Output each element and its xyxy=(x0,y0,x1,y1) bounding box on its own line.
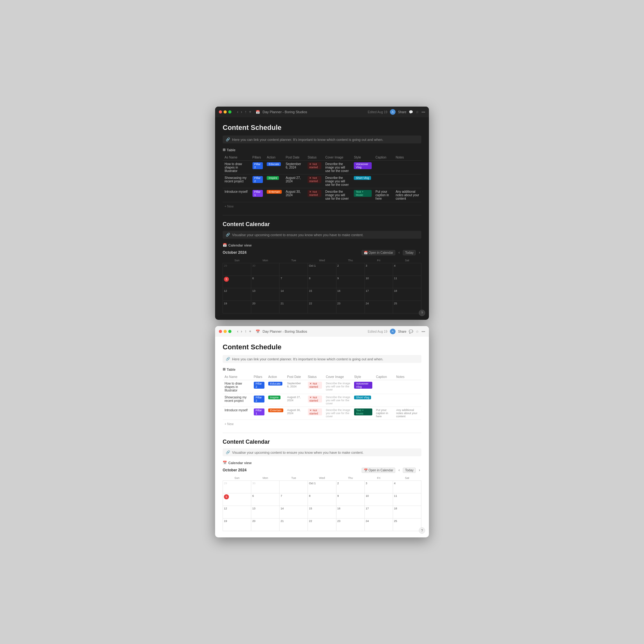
star-icon[interactable]: ☆ xyxy=(416,110,419,114)
cal-day[interactable] xyxy=(280,263,308,276)
cal-day[interactable]: 10 xyxy=(364,493,393,506)
today-button-light[interactable]: Today xyxy=(403,468,416,473)
cal-day[interactable]: 12 xyxy=(223,288,251,301)
cal-day[interactable]: 24 xyxy=(364,519,393,531)
cal-day[interactable]: 21 xyxy=(280,519,308,531)
up-button[interactable]: ↑ xyxy=(244,110,247,114)
cal-day[interactable]: 30 xyxy=(251,481,280,493)
share-button[interactable]: Share xyxy=(398,110,407,114)
add-new-button-dark[interactable]: + New xyxy=(223,203,421,209)
style-badge: Text + Music xyxy=(354,190,372,197)
cal-day[interactable]: 29 xyxy=(223,481,251,493)
more-icon[interactable]: ••• xyxy=(421,110,425,114)
cal-day[interactable]: 3 xyxy=(364,481,393,493)
cal-day[interactable]: 17 xyxy=(364,288,393,301)
cal-day[interactable]: 9 xyxy=(336,276,364,288)
open-calendar-button-light[interactable]: 📅 Open in Calendar xyxy=(362,468,395,473)
add-new-button-light[interactable]: + New xyxy=(223,421,421,427)
cal-day[interactable]: 13 xyxy=(251,506,280,519)
cal-prev-button[interactable]: ‹ xyxy=(397,250,401,255)
forward-button[interactable]: › xyxy=(240,110,243,114)
cal-day[interactable]: 16 xyxy=(336,288,364,301)
cal-day[interactable]: 21 xyxy=(280,301,308,314)
cal-day[interactable]: 25 xyxy=(393,301,421,314)
cal-day[interactable]: 30 xyxy=(251,263,280,276)
cal-day[interactable]: 22 xyxy=(308,519,336,531)
cal-day[interactable]: 4 xyxy=(393,263,421,276)
cal-day[interactable]: 7 xyxy=(280,493,308,506)
cal-day[interactable]: 20 xyxy=(251,519,280,531)
cal-day[interactable]: 15 xyxy=(308,288,336,301)
cal-day[interactable]: 19 xyxy=(223,301,251,314)
cal-day[interactable]: 22 xyxy=(308,301,336,314)
cal-day[interactable]: 20 xyxy=(251,301,280,314)
cal-day[interactable]: Oct 1 xyxy=(308,481,336,493)
share-button-light[interactable]: Share xyxy=(398,330,407,333)
star-icon-light[interactable]: ☆ xyxy=(416,330,419,334)
fullscreen-dot[interactable] xyxy=(228,110,231,114)
cal-day[interactable]: 8 xyxy=(308,276,336,288)
cal-day[interactable]: 24 xyxy=(364,301,393,314)
help-button-light[interactable]: ? xyxy=(419,527,425,534)
cal-day[interactable]: 23 xyxy=(336,519,364,531)
cal-day[interactable]: 14 xyxy=(280,288,308,301)
fullscreen-dot-light[interactable] xyxy=(228,330,231,333)
row3l-status: ✕ Not started xyxy=(306,407,324,420)
user-avatar[interactable]: A xyxy=(390,109,396,115)
cal-prev-button-light[interactable]: ‹ xyxy=(397,467,401,473)
cal-day[interactable]: 17 xyxy=(364,506,393,519)
back-button[interactable]: ‹ xyxy=(236,110,239,114)
help-button-dark[interactable]: ? xyxy=(419,310,425,316)
row3-style: Text + Music xyxy=(352,188,374,202)
cal-day[interactable]: 6 xyxy=(251,276,280,288)
cal-day[interactable]: 29 xyxy=(223,263,251,276)
cal-day[interactable]: 15 xyxy=(308,506,336,519)
cal-day-today-l[interactable]: 5 xyxy=(223,493,251,506)
up-button-light[interactable]: ↑ xyxy=(244,329,247,334)
day-mon: Mon xyxy=(251,258,280,263)
close-dot-light[interactable] xyxy=(219,330,222,333)
cal-day[interactable]: 18 xyxy=(393,288,421,301)
cal-day[interactable]: 8 xyxy=(308,493,336,506)
cal-day[interactable]: Oct 1 xyxy=(308,263,336,276)
table-row: Showcasing my recent project Pillar 2 In… xyxy=(223,175,421,188)
back-button-light[interactable]: ‹ xyxy=(236,329,239,334)
cal-day[interactable]: 12 xyxy=(223,506,251,519)
row1-pillar: Pillar 2 xyxy=(251,161,265,175)
cal-day[interactable]: 18 xyxy=(393,506,421,519)
row3-name: Introduce myself xyxy=(223,188,251,202)
cal-day[interactable] xyxy=(280,481,308,493)
cal-next-button-light[interactable]: › xyxy=(418,467,421,473)
cal-day[interactable]: 11 xyxy=(393,276,421,288)
add-button[interactable]: + xyxy=(248,110,252,114)
cal-day[interactable]: 13 xyxy=(251,288,280,301)
cal-day[interactable]: 6 xyxy=(251,493,280,506)
cal-next-button[interactable]: › xyxy=(418,250,421,255)
comment-icon-light[interactable]: 💬 xyxy=(409,330,413,334)
cal-day[interactable]: 2 xyxy=(336,263,364,276)
cal-day[interactable]: 11 xyxy=(393,493,421,506)
more-icon-light[interactable]: ••• xyxy=(421,330,425,333)
app-icon: 📅 xyxy=(256,110,260,114)
user-avatar-light[interactable]: A xyxy=(390,329,396,334)
minimize-dot-light[interactable] xyxy=(224,330,227,333)
open-calendar-button[interactable]: 📅 Open in Calendar xyxy=(362,250,395,255)
cal-day[interactable]: 3 xyxy=(364,263,393,276)
cal-day[interactable]: 16 xyxy=(336,506,364,519)
cal-day[interactable]: 23 xyxy=(336,301,364,314)
add-button-light[interactable]: + xyxy=(248,329,252,334)
forward-button-light[interactable]: › xyxy=(240,329,243,334)
cal-day[interactable]: 9 xyxy=(336,493,364,506)
today-button[interactable]: Today xyxy=(403,250,416,255)
comment-icon[interactable]: 💬 xyxy=(409,110,413,114)
cal-day[interactable]: 10 xyxy=(364,276,393,288)
cal-day[interactable]: 14 xyxy=(280,506,308,519)
close-dot[interactable] xyxy=(219,110,222,114)
cal-day[interactable]: 4 xyxy=(393,481,421,493)
cal-day[interactable]: 19 xyxy=(223,519,251,531)
minimize-dot[interactable] xyxy=(224,110,227,114)
cal-day-today[interactable]: 5 xyxy=(223,276,251,288)
cal-day[interactable]: 25 xyxy=(393,519,421,531)
cal-day[interactable]: 7 xyxy=(280,276,308,288)
cal-day[interactable]: 2 xyxy=(336,481,364,493)
